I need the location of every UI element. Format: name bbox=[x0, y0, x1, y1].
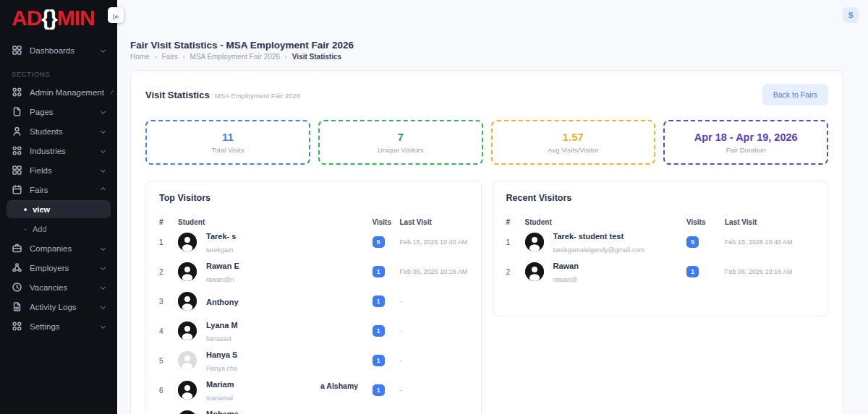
last-visit: - bbox=[400, 387, 468, 394]
stat-avg-visits: 1.57 Avg Visits/Visitor bbox=[491, 120, 656, 165]
visits-badge: 1 bbox=[373, 325, 385, 337]
chevron-up-icon bbox=[101, 187, 106, 192]
grid-dots-icon bbox=[12, 145, 22, 156]
table-row: 1 Tarek- starekgam 5 Feb 15, 2026 10:40 … bbox=[159, 228, 468, 256]
sidebar-item-admin-management[interactable]: Admin Management bbox=[0, 82, 117, 102]
breadcrumb-fairs[interactable]: Fairs bbox=[162, 53, 178, 61]
row-rank: 2 bbox=[159, 268, 178, 276]
chevron-down-icon bbox=[101, 265, 106, 270]
sidebar-item-label: Pages bbox=[30, 108, 54, 116]
row-rank: 1 bbox=[506, 238, 525, 246]
sidebar-item-activity-logs[interactable]: Activity Logs bbox=[0, 297, 117, 316]
users-network-icon bbox=[12, 262, 22, 273]
visits-badge: 1 bbox=[686, 266, 699, 277]
breadcrumb: Home • Fairs • MSA Employment Fair 2026 … bbox=[130, 53, 341, 61]
grid-icon bbox=[12, 165, 22, 176]
sidebar-item-industries[interactable]: Industries bbox=[0, 141, 117, 160]
sidebar-item-companies[interactable]: Companies bbox=[0, 238, 117, 258]
student-cell: Rawan Erawan@n bbox=[178, 259, 373, 285]
chevron-down-icon bbox=[101, 168, 106, 173]
student-avatar-icon bbox=[178, 292, 197, 311]
panel-title: Recent Visitors bbox=[506, 193, 815, 203]
back-to-fairs-button[interactable]: Back to Fairs bbox=[762, 84, 828, 105]
chevron-down-icon bbox=[101, 324, 106, 329]
table-row: 1 Tarek- student testtarekgamalelgendy@g… bbox=[506, 228, 815, 256]
sidebar-item-label: Students bbox=[30, 127, 62, 136]
sidebar: AD{}MIN Dashboards SECTIONS Admin Manage… bbox=[0, 0, 117, 414]
chevron-down-icon bbox=[101, 285, 106, 290]
chevron-down-icon bbox=[101, 148, 106, 153]
stat-value: 7 bbox=[397, 131, 403, 143]
col-rank: # bbox=[159, 218, 178, 226]
sidebar-item-pages[interactable]: Pages bbox=[0, 102, 117, 121]
last-visit: Feb 15, 2026 10:40 AM bbox=[400, 238, 468, 246]
table-header: # Student Visits Last Visit bbox=[506, 218, 815, 226]
sidebar-item-fields[interactable]: Fields bbox=[0, 160, 117, 180]
visits-badge: 1 bbox=[373, 266, 385, 277]
sidebar-subitem-label: view bbox=[33, 205, 50, 214]
sidebar-item-label: Vacancies bbox=[30, 283, 67, 292]
last-visit: Feb 06, 2026 10:18 AM bbox=[725, 268, 814, 275]
chevron-down-icon bbox=[101, 109, 106, 114]
sidebar-subitem-fairs-view[interactable]: • view bbox=[7, 200, 111, 218]
user-icon bbox=[12, 126, 22, 137]
stat-label: Total Visits bbox=[211, 146, 244, 154]
stat-value: 1.57 bbox=[563, 131, 584, 143]
sidebar-item-fairs[interactable]: Fairs bbox=[0, 180, 117, 199]
student-email: lianassi4 bbox=[206, 335, 231, 342]
bullet-icon: · bbox=[24, 225, 27, 233]
student-cell: Tarek- student testtarekgamalelgendy@gma… bbox=[525, 229, 687, 255]
logo-braces: {} bbox=[41, 6, 56, 30]
grid-dots-icon bbox=[12, 321, 22, 332]
sidebar-item-students[interactable]: Students bbox=[0, 121, 117, 141]
sidebar-item-dashboards[interactable]: Dashboards bbox=[0, 40, 117, 60]
student-avatar-icon bbox=[178, 233, 197, 251]
stats-row: 11 Total Visits 7 Unique Visitors 1.57 A… bbox=[131, 116, 843, 165]
sidebar-item-employers[interactable]: Employers bbox=[0, 258, 117, 277]
main-content: S Fair Visit Statistics - MSA Employment… bbox=[117, 0, 868, 414]
recent-visitors-panel: Recent Visitors # Student Visits Last Vi… bbox=[493, 181, 829, 316]
student-name: Mariam bbox=[206, 380, 234, 389]
table-row: 7 Mohamemohamed 1 - bbox=[159, 406, 468, 414]
logo-text-left: AD bbox=[12, 6, 41, 30]
sidebar-item-label: Admin Management bbox=[30, 88, 104, 97]
breadcrumb-separator: • bbox=[285, 53, 287, 60]
breadcrumb-fair[interactable]: MSA Employment Fair 2026 bbox=[190, 53, 281, 61]
card-title: Visit Statistics bbox=[145, 90, 210, 100]
student-avatar-icon bbox=[178, 351, 197, 370]
row-rank: 3 bbox=[159, 298, 178, 306]
sidebar-collapse-button[interactable] bbox=[108, 7, 124, 23]
table-row: 3 Anthony 1 - bbox=[159, 288, 468, 315]
student-email: Hanya.cha bbox=[206, 365, 237, 372]
student-cell: Mohamemohamed bbox=[178, 407, 373, 414]
sidebar-item-label: Activity Logs bbox=[30, 303, 77, 311]
breadcrumb-current: Visit Statistics bbox=[292, 53, 341, 61]
student-name: Hanya S bbox=[206, 350, 237, 359]
student-name: Tarek- s bbox=[206, 232, 236, 241]
stat-label: Unique Visitors bbox=[378, 146, 424, 154]
student-cell: Anthony bbox=[178, 292, 373, 311]
user-avatar[interactable]: S bbox=[843, 7, 859, 23]
student-name: Rawan E bbox=[206, 262, 239, 270]
sidebar-subitem-fairs-add[interactable]: · Add bbox=[0, 219, 117, 238]
stat-label: Avg Visits/Visitor bbox=[548, 146, 598, 154]
last-visit: - bbox=[400, 357, 468, 364]
sidebar-item-label: Companies bbox=[30, 244, 72, 253]
sidebar-item-settings[interactable]: Settings bbox=[0, 316, 117, 336]
student-email: rawan@ bbox=[553, 276, 578, 283]
student-email: tarekgamalelgendy@gmail.com bbox=[553, 246, 644, 254]
sidebar-item-vacancies[interactable]: Vacancies bbox=[0, 277, 117, 297]
grid-dots-icon bbox=[12, 87, 22, 98]
student-name: Mohame bbox=[206, 410, 239, 414]
table-row: 2 Rawan Erawan@n 1 Feb 06, 2026 10:18 AM bbox=[159, 258, 468, 285]
col-visits: Visits bbox=[686, 218, 725, 226]
last-visit: Feb 06, 2026 10:18 AM bbox=[400, 268, 468, 275]
visits-badge: 1 bbox=[373, 384, 385, 396]
top-visitors-panel: Top Visitors # Student Visits Last Visit… bbox=[145, 181, 482, 414]
avatar-initial: S bbox=[848, 12, 854, 20]
logo-text-right: MIN bbox=[57, 6, 95, 30]
breadcrumb-home[interactable]: Home bbox=[130, 53, 150, 61]
visits-badge: 5 bbox=[686, 236, 699, 248]
stat-label: Fair Duration bbox=[726, 146, 766, 154]
student-email: tarekgam bbox=[206, 246, 234, 254]
